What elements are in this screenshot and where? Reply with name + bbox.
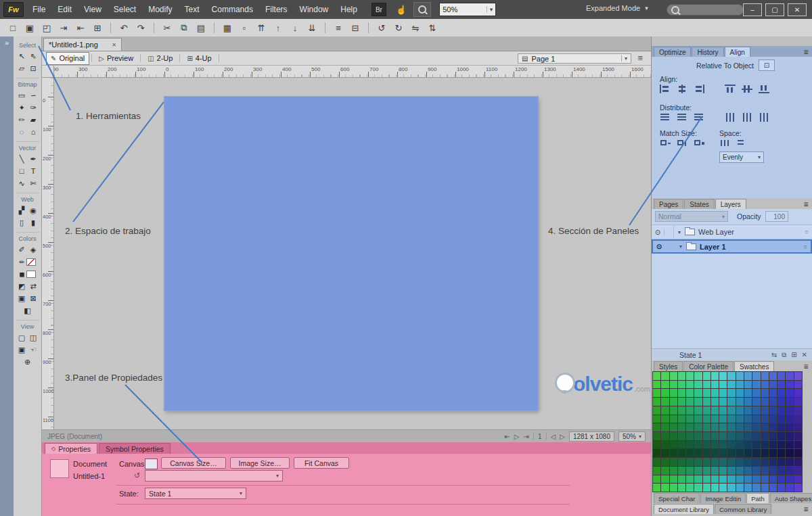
open-icon[interactable]: ◰ [41,23,53,33]
distribute-center-icon[interactable] [742,113,752,122]
color-swatch[interactable] [653,458,660,466]
color-swatch[interactable] [678,475,685,484]
color-swatch[interactable] [694,398,702,406]
color-swatch[interactable] [794,484,802,492]
layer-lock-icon[interactable]: ○ [804,243,811,250]
view-original-button[interactable]: ✎Original [46,52,89,65]
color-swatch[interactable] [786,449,793,457]
color-swatch[interactable] [694,432,702,440]
color-swatch[interactable] [761,381,769,389]
bring-to-front-icon[interactable]: ⇈ [255,23,267,33]
color-swatch[interactable] [661,423,669,431]
align-tab-align[interactable]: Align [725,47,750,57]
color-swatch[interactable] [670,458,677,466]
page-options-icon[interactable]: ≣ [637,54,643,62]
fit-canvas-button[interactable]: Fit Canvas [294,457,349,469]
color-swatch[interactable] [736,484,744,492]
color-swatch[interactable] [711,423,719,431]
color-swatch[interactable] [752,398,760,406]
rotate-ccw-icon[interactable]: ↺ [376,23,388,33]
color-swatch[interactable] [786,467,793,475]
color-swatch[interactable] [661,372,669,380]
color-swatch[interactable] [761,449,769,457]
magic-wand-tool[interactable]: ✦ [16,101,28,114]
color-swatch[interactable] [686,441,694,449]
pointer-tool[interactable]: ↖ [16,50,28,62]
color-swatch[interactable] [686,484,694,492]
color-swatch[interactable] [727,406,735,415]
subselection-tool[interactable]: ⇖ [28,50,39,62]
view-4-up-button[interactable]: ⊞4-Up [182,52,216,65]
color-swatch[interactable] [744,381,752,389]
color-swatch[interactable] [744,406,752,415]
color-swatch[interactable] [694,381,702,389]
color-swatch[interactable] [761,372,769,380]
color-swatch[interactable] [703,406,710,415]
app-logo[interactable]: Fw [3,2,24,17]
panel-tab-path[interactable]: Path [746,493,769,503]
maximize-button[interactable]: ▢ [765,3,784,16]
close-icon[interactable]: ✕ [112,42,116,48]
color-swatch[interactable] [736,423,744,431]
color-swatch[interactable] [653,484,660,492]
color-swatch[interactable] [670,398,677,406]
view-2-up-button[interactable]: ◫2-Up [143,52,177,65]
color-swatch[interactable] [761,467,769,475]
color-swatch[interactable] [661,432,669,440]
export-icon[interactable]: ⇤ [74,23,87,33]
color-swatch[interactable] [678,441,685,449]
properties-tab-properties[interactable]: ◇Properties [45,443,97,454]
color-swatch[interactable] [752,406,760,415]
zoom-readout[interactable]: 50% ▾ [618,431,646,442]
default-colors-button[interactable]: ◩ [16,280,28,292]
panel-tab-auto-shapes[interactable]: Auto Shapes [770,493,812,503]
color-swatch[interactable] [711,406,719,415]
zoom-tool[interactable]: ⊕ [22,356,33,368]
color-swatch[interactable] [686,372,694,380]
color-swatch[interactable] [670,484,677,492]
align-middle-icon[interactable] [742,85,752,93]
color-swatch[interactable] [744,423,752,431]
color-swatch[interactable] [719,423,727,431]
color-swatch[interactable] [661,441,669,449]
color-swatch[interactable] [744,415,752,423]
panel-tab-image-editin[interactable]: Image Editin [700,493,746,503]
panel-tab-special-char[interactable]: Special Char [654,493,700,503]
distribute-left-icon[interactable] [725,113,736,122]
color-swatch[interactable] [752,423,760,431]
color-swatch[interactable] [661,484,669,492]
color-swatch[interactable] [752,372,760,380]
color-swatch[interactable] [744,432,752,440]
color-swatch[interactable] [761,398,769,406]
duplicate-state-icon[interactable]: ⧉ [782,351,786,359]
color-swatch[interactable] [694,423,702,431]
brush-tool[interactable]: ✑ [28,101,39,114]
color-swatch[interactable] [719,372,727,380]
show-slices-button[interactable]: ▮ [28,216,39,229]
rubber-stamp-tool[interactable]: ⌂ [28,126,39,138]
color-swatch[interactable] [653,475,660,484]
color-swatch[interactable] [777,484,785,492]
color-swatch[interactable] [678,389,685,397]
distribute-middle-icon[interactable] [677,113,687,122]
color-swatch[interactable] [694,415,702,423]
color-swatch[interactable] [719,381,727,389]
library-tab-document-library[interactable]: Document Library [654,504,714,514]
color-swatch[interactable] [769,467,777,475]
menu-edit[interactable]: Edit [51,0,78,19]
collapse-dock-icon[interactable]: » [0,37,14,47]
color-swatch[interactable] [744,467,752,475]
color-swatch[interactable] [719,441,727,449]
color-swatch[interactable] [786,381,793,389]
color-swatch[interactable] [727,441,735,449]
hand-tool[interactable]: ☜ [28,344,39,356]
color-swatch[interactable] [736,406,744,415]
zoom-level-select[interactable]: 50% ▾ [439,3,496,16]
print-icon[interactable]: ⊞ [91,23,104,33]
view-preview-button[interactable]: ▷Preview [94,52,138,65]
state-dropdown[interactable]: State 1 ▾ [145,488,246,499]
flip-horizontal-icon[interactable]: ⇋ [409,23,422,33]
color-swatch[interactable] [769,432,777,440]
relative-to-object-button[interactable]: ⊡ [759,60,775,71]
color-swatch[interactable] [670,406,677,415]
